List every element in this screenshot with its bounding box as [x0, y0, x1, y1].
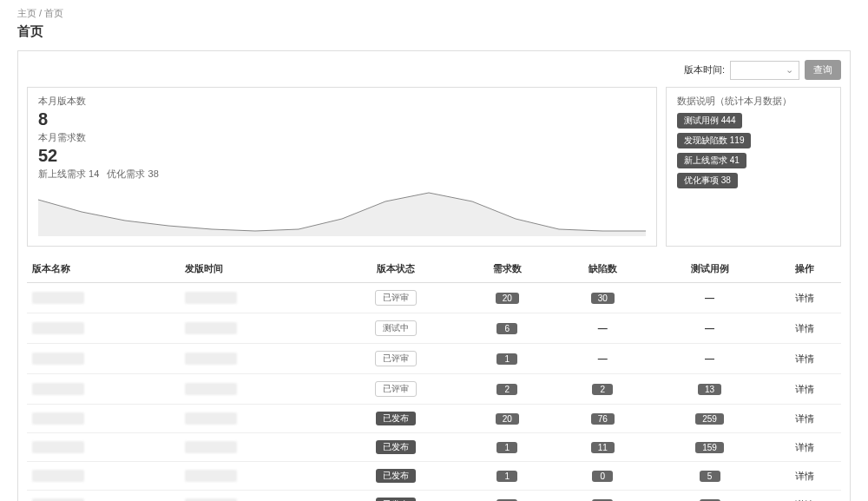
table-row: xxxxxxxxxxxxxx已发布111159详情: [27, 433, 841, 462]
defect-count-cell: 2: [555, 374, 650, 405]
defect-count-cell: —: [555, 344, 650, 374]
info-pill-1: 发现缺陷数 119: [677, 133, 751, 148]
detail-link[interactable]: 详情: [795, 413, 814, 424]
action-cell[interactable]: 详情: [769, 374, 841, 405]
release-time-cell: xxxxxx: [180, 433, 332, 462]
defect-count-cell: 30: [555, 283, 650, 313]
version-name-cell: xxxxxxxx: [27, 374, 180, 405]
optimize-req: 优化需求 38: [107, 168, 158, 179]
info-pill-0: 测试用例 444: [677, 113, 742, 129]
version-name-cell: xxxxxxxx: [27, 405, 180, 433]
version-name-cell: xxxxxxxx: [27, 344, 180, 374]
defect-count-cell: —: [555, 313, 650, 344]
defect-count-cell: 11: [555, 433, 650, 462]
chevron-down-icon: ⌄: [786, 64, 793, 76]
table-row: xxxxxxxxxxxxxx已发布105详情: [27, 462, 841, 491]
release-time-cell: xxxxxx: [180, 374, 332, 405]
data-info-title: 数据说明（统计本月数据）: [677, 95, 830, 108]
detail-link[interactable]: 详情: [795, 293, 814, 303]
month-req-value: 52: [38, 146, 646, 166]
release-time-cell: xxxxxx: [180, 313, 332, 344]
col-header-6: 操作: [769, 255, 841, 283]
new-online-req: 新上线需求 14: [38, 168, 99, 179]
action-cell[interactable]: 详情: [769, 491, 841, 502]
release-time-cell: xxxxxx: [180, 344, 332, 374]
testcase-count-cell: —: [650, 313, 769, 344]
version-name-cell: xxxxxxxx: [27, 283, 180, 313]
req-count-cell: 6: [459, 313, 555, 344]
release-time-cell: xxxxxx: [180, 283, 332, 313]
version-name-cell: xxxxxxxx: [27, 491, 180, 502]
query-button[interactable]: 查询: [805, 60, 841, 80]
month-version-label: 本月版本数: [38, 95, 646, 108]
col-header-4: 缺陷数: [555, 255, 650, 283]
status-cell: 已评审: [332, 344, 460, 374]
req-count-cell: 2: [459, 374, 555, 405]
status-cell: 测试中: [332, 313, 460, 344]
detail-link[interactable]: 详情: [795, 384, 814, 394]
release-time-cell: xxxxxx: [180, 462, 332, 491]
filter-label: 版本时间:: [684, 63, 725, 76]
req-count-cell: 1: [459, 491, 555, 502]
detail-link[interactable]: 详情: [795, 442, 814, 452]
version-name-cell: xxxxxxxx: [27, 313, 180, 344]
table-row: xxxxxxxxxxxxxx已评审2213详情: [27, 374, 841, 405]
version-table: 版本名称发版时间版本状态需求数缺陷数测试用例操作 xxxxxxxxxxxxxx已…: [27, 255, 841, 501]
action-cell[interactable]: 详情: [769, 462, 841, 491]
info-pill-2: 新上线需求 41: [677, 153, 746, 168]
status-cell: 已评审: [332, 283, 460, 313]
action-cell[interactable]: 详情: [769, 433, 841, 462]
col-header-3: 需求数: [459, 255, 555, 283]
stats-box: 本月版本数 8 本月需求数 52 新上线需求 14 优化需求 38: [27, 87, 657, 247]
testcase-count-cell: 5: [650, 462, 769, 491]
col-header-1: 发版时间: [180, 255, 332, 283]
release-time-cell: xxxxxx: [180, 491, 332, 502]
req-count-cell: 20: [459, 405, 555, 433]
action-cell[interactable]: 详情: [769, 344, 841, 374]
action-cell[interactable]: 详情: [769, 405, 841, 433]
col-header-0: 版本名称: [27, 255, 180, 283]
testcase-count-cell: 13: [650, 374, 769, 405]
version-name-cell: xxxxxxxx: [27, 462, 180, 491]
testcase-count-cell: 259: [650, 405, 769, 433]
defect-count-cell: 0: [555, 462, 650, 491]
status-cell: 已发布: [332, 405, 460, 433]
month-version-value: 8: [38, 109, 646, 129]
req-count-cell: 20: [459, 283, 555, 313]
status-cell: 已发布: [332, 491, 460, 502]
defect-count-cell: 76: [555, 405, 650, 433]
info-pill-3: 优化事项 38: [677, 173, 738, 188]
filter-bar: 版本时间: ⌄ 查询: [27, 60, 841, 80]
version-name-cell: xxxxxxxx: [27, 433, 180, 462]
req-count-cell: 1: [459, 433, 555, 462]
req-count-cell: 1: [459, 344, 555, 374]
req-count-cell: 1: [459, 462, 555, 491]
col-header-2: 版本状态: [332, 255, 460, 283]
status-cell: 已发布: [332, 433, 460, 462]
breadcrumb-current: 首页: [44, 8, 63, 18]
version-time-select[interactable]: ⌄: [730, 61, 799, 80]
status-cell: 已发布: [332, 462, 460, 491]
page-title: 首页: [17, 23, 851, 40]
breadcrumb: 主页 / 首页: [17, 7, 851, 20]
breadcrumb-home[interactable]: 主页: [17, 8, 36, 18]
detail-link[interactable]: 详情: [795, 323, 814, 333]
status-cell: 已评审: [332, 374, 460, 405]
defect-count-cell: 0: [555, 491, 650, 502]
table-row: xxxxxxxxxxxxxx已发布2076259详情: [27, 405, 841, 433]
trend-chart: [38, 184, 646, 236]
table-row: xxxxxxxxxxxxxx已发布108详情: [27, 491, 841, 502]
action-cell[interactable]: 详情: [769, 283, 841, 313]
detail-link[interactable]: 详情: [795, 471, 814, 481]
testcase-count-cell: 8: [650, 491, 769, 502]
table-row: xxxxxxxxxxxxxx已评审2030—详情: [27, 283, 841, 313]
testcase-count-cell: —: [650, 283, 769, 313]
testcase-count-cell: —: [650, 344, 769, 374]
col-header-5: 测试用例: [650, 255, 769, 283]
data-info-box: 数据说明（统计本月数据） 测试用例 444发现缺陷数 119新上线需求 41优化…: [666, 87, 841, 247]
table-row: xxxxxxxxxxxxxx测试中6——详情: [27, 313, 841, 344]
action-cell[interactable]: 详情: [769, 313, 841, 344]
detail-link[interactable]: 详情: [795, 353, 814, 364]
month-req-label: 本月需求数: [38, 131, 646, 144]
table-row: xxxxxxxxxxxxxx已评审1——详情: [27, 344, 841, 374]
